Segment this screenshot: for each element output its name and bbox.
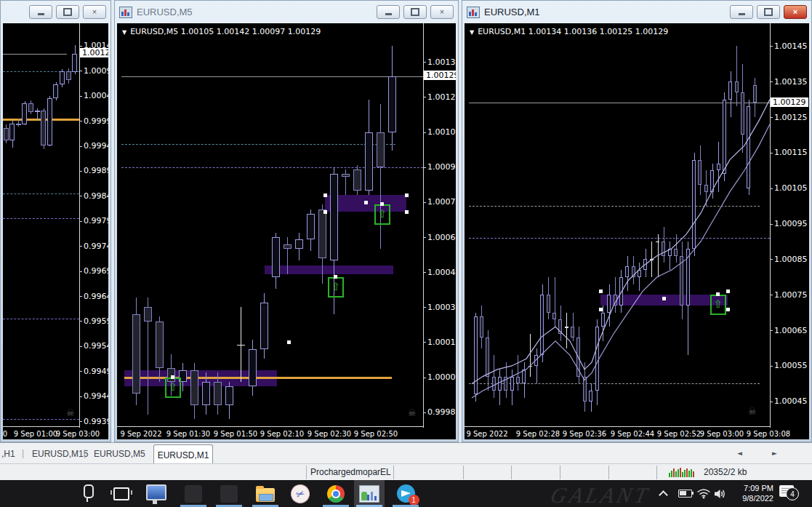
traffic-label: 20352/2 kb: [704, 467, 747, 477]
window-title: EURUSD,M1: [484, 7, 540, 17]
close-button[interactable]: ×: [430, 5, 454, 19]
statusbar-divider: [393, 466, 394, 479]
buy-signal-arrow[interactable]: ⇧: [374, 204, 390, 225]
restore-button[interactable]: [757, 5, 780, 19]
selection-handle[interactable]: [726, 308, 730, 311]
dashed-level-line: [121, 144, 395, 145]
volume-button[interactable]: [714, 480, 727, 507]
time-axis-label: 9 Sep 2022: [466, 430, 507, 438]
selection-handle[interactable]: [405, 210, 409, 214]
price-tick: [770, 117, 773, 118]
metatrader-button[interactable]: [354, 480, 385, 507]
candle-body: [132, 314, 140, 394]
restore-button[interactable]: [56, 5, 79, 19]
windows-taskbar: GALANT ✂ 1: [0, 480, 812, 507]
wifi-button[interactable]: [696, 480, 711, 507]
candle-wick: [345, 169, 346, 195]
chrome-button[interactable]: [321, 480, 351, 507]
supply-demand-zone[interactable]: [265, 266, 393, 275]
microphone-icon: [84, 484, 94, 498]
scissors-icon: ✂: [288, 482, 312, 506]
chart-window-m5[interactable]: EURUSD,M5 × ▼EURUSD,M5 1.00105 1.00142 1…: [114, 0, 459, 442]
time-axis-label: 9 Sep 02:44: [611, 430, 654, 438]
time-axis-label: 0: [3, 430, 7, 438]
arrow-anchor-dot: [380, 202, 384, 206]
pinned-app-2-button[interactable]: [214, 480, 244, 507]
telegram-button[interactable]: 1: [390, 480, 421, 507]
candle-body: [330, 174, 338, 260]
snipping-tool-button[interactable]: ✂: [285, 480, 315, 507]
tab-separator: |: [84, 448, 86, 458]
price-tick: [423, 202, 426, 203]
window-titlebar[interactable]: EURUSD,M5 ×: [115, 1, 458, 23]
selection-handle[interactable]: [323, 193, 327, 197]
tab-eurusd-m15[interactable]: EURUSD,M15: [32, 449, 88, 459]
chart-window-m1[interactable]: EURUSD,M1 × ▼EURUSD,M1 1.00134 1.00136 1…: [462, 0, 812, 442]
chart-canvas-m5[interactable]: ▼EURUSD,M5 1.00105 1.00142 1.00097 1.001…: [117, 23, 456, 439]
minimize-button[interactable]: [377, 5, 400, 19]
tab-eurusd-m5[interactable]: EURUSD,M5: [94, 449, 145, 459]
price-tick: [770, 46, 773, 47]
dashed-level-line: [3, 419, 79, 420]
buy-signal-arrow[interactable]: ⇧: [710, 295, 726, 315]
traffic-bar: [682, 472, 683, 477]
selection-handle[interactable]: [405, 193, 409, 197]
selection-handle[interactable]: [323, 210, 327, 214]
time-axis-label: 9 Sep 01:50: [214, 430, 257, 438]
price-tick: [423, 378, 426, 378]
buy-signal-arrow[interactable]: ⇧: [328, 277, 344, 298]
price-axis-label: 1.00015: [427, 338, 456, 347]
price-axis-label: 1.00095: [84, 66, 108, 76]
window-titlebar[interactable]: ×: [1, 1, 110, 23]
tab-h1[interactable]: ,H1: [1, 449, 15, 459]
selection-handle[interactable]: [287, 340, 291, 344]
minimize-button[interactable]: [730, 5, 753, 19]
battery-button[interactable]: [678, 480, 692, 507]
chart-window-h1[interactable]: × ☠ 1.001451.000951.000450.999950.999450…: [0, 0, 111, 442]
candle-body: [156, 322, 164, 368]
minimize-button[interactable]: [29, 5, 52, 19]
window-titlebar[interactable]: EURUSD,M1 ×: [462, 1, 811, 23]
price-axis-label: 0.99795: [84, 216, 108, 225]
chart-canvas-h1[interactable]: ☠ 1.001451.000951.000450.999950.999450.9…: [3, 23, 108, 439]
selection-handle[interactable]: [364, 201, 368, 204]
task-view-button[interactable]: [106, 480, 137, 507]
time-axis-line: [3, 426, 79, 427]
symbol-dropdown-icon[interactable]: ▼: [122, 29, 126, 36]
action-center-button[interactable]: 4: [779, 485, 794, 497]
desktop-app-button[interactable]: [141, 480, 172, 507]
price-axis-label: 0.99595: [84, 316, 108, 326]
selection-handle[interactable]: [662, 297, 666, 300]
chart-canvas-m1[interactable]: ▼EURUSD,M1 1.00134 1.00136 1.00125 1.001…: [465, 23, 809, 439]
statusbar-divider: [608, 466, 609, 479]
microphone-button[interactable]: [73, 480, 104, 507]
buy-signal-arrow[interactable]: ⇧: [165, 378, 181, 398]
price-tick: [423, 237, 426, 238]
time-axis-label: 9 Sep 02:52: [657, 430, 701, 438]
tab-scroll-left-icon[interactable]: ◄: [737, 450, 742, 457]
selection-handle[interactable]: [599, 308, 603, 311]
tab-eurusd-m1-active[interactable]: EURUSD,M1: [153, 444, 213, 465]
file-explorer-button[interactable]: [250, 480, 281, 507]
taskbar-clock[interactable]: 7:09 PM 9/8/2022: [728, 483, 773, 503]
pinned-app-1-button[interactable]: [178, 480, 209, 507]
restore-button[interactable]: [403, 5, 427, 19]
close-button[interactable]: ×: [83, 5, 106, 19]
candle-body: [16, 124, 21, 125]
price-tick: [423, 412, 426, 413]
selection-handle[interactable]: [726, 290, 730, 293]
statusbar-divider: [656, 466, 657, 479]
symbol-dropdown-icon[interactable]: ▼: [470, 29, 474, 36]
speaker-icon: [714, 488, 727, 500]
price-tick: [79, 346, 82, 347]
candle-body: [214, 382, 222, 405]
wifi-icon: [696, 488, 711, 499]
tab-scroll-right-icon[interactable]: ►: [772, 450, 777, 457]
traffic-bar: [684, 470, 686, 477]
selection-handle[interactable]: [599, 290, 603, 293]
ohlc-readout: ▼EURUSD,M5 1.00105 1.00142 1.00097 1.001…: [122, 27, 321, 36]
close-button[interactable]: ×: [784, 5, 807, 19]
candle-body: [47, 98, 52, 145]
tray-chevron-button[interactable]: [660, 480, 667, 507]
current-price-line: [3, 54, 67, 55]
